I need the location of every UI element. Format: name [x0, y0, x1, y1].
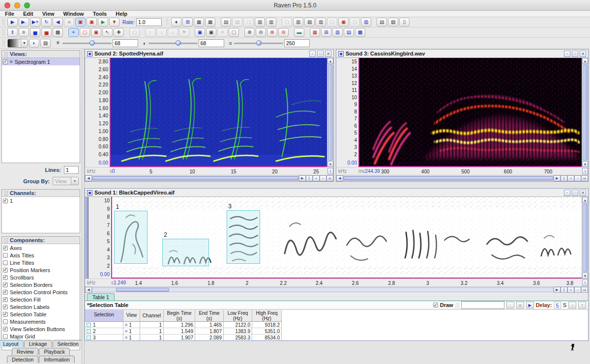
time-fit-icon[interactable]: H	[581, 175, 588, 181]
table-row[interactable]: 3 ≡1 1 1.907 2.089 2583.3 8534.0	[85, 335, 588, 340]
line-titles[interactable]: Line Titles	[2, 259, 80, 266]
component-checkbox[interactable]	[3, 275, 8, 280]
channel-checkbox[interactable]	[3, 198, 8, 203]
help[interactable]: Help	[116, 11, 127, 17]
sound1-titlebar[interactable]: ◆ Sound 1: BlackCappedVireo.aif ▫ □ ✕	[85, 189, 588, 197]
tile-columns-icon[interactable]: ▥	[332, 28, 343, 37]
axis-titles[interactable]: Axis Titles	[2, 252, 80, 259]
smoothing-icon[interactable]: ▨	[40, 39, 51, 48]
table-column-header[interactable]: End Time(s)	[195, 310, 224, 322]
view-selection-buttons[interactable]: View Selection Buttons	[2, 325, 80, 333]
open-selections-icon[interactable]: ▧	[304, 18, 315, 27]
table-row[interactable]: 1 ≡1 1 1.296 1.465 2122.0 9318.2	[85, 322, 588, 328]
sound1-vertical-scrollbar[interactable]: ▲ ▼	[582, 197, 588, 279]
cascade-windows-icon[interactable]: ▩	[355, 28, 365, 37]
filter-value-input[interactable]	[284, 39, 310, 47]
y-zoom-icon[interactable]: I	[582, 280, 588, 286]
split-view-icon[interactable]: ▯	[306, 175, 313, 181]
selection-box-1[interactable]	[114, 211, 148, 264]
record-position-icon[interactable]: ▼	[109, 18, 119, 27]
selection-fill[interactable]: Selection Fill	[2, 296, 80, 303]
panel-drag-handle-icon[interactable]	[4, 52, 8, 57]
move-up-icon[interactable]: ↑	[145, 28, 155, 37]
record-input-icon[interactable]: ♦	[171, 18, 181, 27]
group-by-select[interactable]: View ▼	[53, 177, 79, 185]
detection[interactable]: Detection	[7, 356, 38, 363]
sound2-vertical-scrollbar[interactable]: ▲ ▼	[327, 58, 333, 167]
print-icon[interactable]: ▤	[377, 18, 387, 27]
delay-up-icon[interactable]: ↑	[578, 302, 586, 308]
marquee-tool-icon[interactable]: ▢	[80, 28, 90, 37]
scroll-right-icon[interactable]: ▶	[554, 287, 560, 293]
view-list-icon[interactable]: ≡	[19, 28, 29, 37]
retrieve-selections-icon[interactable]: ▣	[338, 18, 349, 27]
scroll-down-icon[interactable]: ▼	[582, 161, 588, 167]
sound1-window[interactable]: ◆ Sound 1: BlackCappedVireo.aif ▫ □ ✕ 10…	[85, 188, 589, 341]
copy-view-icon[interactable]: ▣	[195, 28, 205, 37]
toolbar-button[interactable]	[305, 28, 309, 37]
file[interactable]: File	[5, 11, 14, 17]
view-selection-button[interactable]	[85, 197, 88, 279]
table-column-header[interactable]: Selection	[85, 310, 123, 322]
zoom-in-icon[interactable]: ⊕	[244, 28, 255, 37]
split-view-icon[interactable]: ▯	[560, 175, 567, 181]
selection-borders[interactable]: Selection Borders	[2, 281, 80, 288]
save-table-icon[interactable]: ▥	[316, 18, 326, 27]
default-layout-icon[interactable]: ⇕	[7, 28, 18, 37]
clear-selection-icon[interactable]: ▢	[129, 28, 140, 37]
panel-drag-handle-icon[interactable]	[4, 191, 8, 196]
record-page-icon[interactable]: ▣	[87, 18, 97, 27]
filter-slider-thumb[interactable]	[256, 40, 262, 46]
save-all-icon[interactable]: ▢	[350, 18, 360, 27]
split-view-icon[interactable]: ▯	[560, 287, 567, 293]
annotate-tool-icon[interactable]: ▣	[91, 28, 101, 37]
apply-filter-icon[interactable]: ↓	[506, 302, 514, 308]
move-down-icon[interactable]: ↓	[156, 28, 167, 37]
contrast-value-input[interactable]	[199, 39, 224, 47]
table-1-tab[interactable]: Table 1	[87, 293, 115, 301]
tools[interactable]: Tools	[93, 11, 107, 17]
open-workspace-icon[interactable]: ▢	[243, 18, 254, 27]
toolbar-drag-handle[interactable]	[2, 39, 5, 47]
close-frame-icon[interactable]: ✕	[325, 51, 331, 57]
contrast-slider-thumb[interactable]	[176, 40, 181, 46]
selection-box-3[interactable]	[227, 210, 260, 264]
selection-box-2[interactable]	[162, 239, 209, 266]
scroll-thumb[interactable]	[583, 64, 588, 161]
toolbar-drag-handle[interactable]	[2, 28, 5, 36]
toolbar-button[interactable]	[125, 28, 128, 37]
open-sound-window-icon[interactable]: ⊞	[182, 18, 193, 27]
scroll-thumb[interactable]	[116, 288, 169, 292]
table-drag-handle-icon[interactable]	[455, 303, 459, 308]
delete-view-icon[interactable]: ✕	[217, 28, 228, 37]
scroll-left-icon[interactable]: ◀	[336, 175, 343, 181]
filter-slider[interactable]	[234, 39, 283, 47]
record-view-icon[interactable]: ▣	[75, 18, 86, 27]
scroll-up-icon[interactable]: ▲	[582, 197, 588, 203]
component-checkbox[interactable]	[3, 305, 8, 309]
row-checkbox[interactable]	[87, 329, 91, 334]
layout[interactable]: Layout	[0, 340, 24, 347]
position-markers[interactable]: Position Markers	[2, 266, 80, 274]
sound1-spectrogram[interactable]: 1 2 3	[111, 197, 582, 279]
delay-down-icon[interactable]: ↓	[568, 302, 576, 308]
component-checkbox[interactable]	[3, 312, 8, 317]
color-scheme-icon[interactable]: ▦	[310, 28, 320, 37]
play-page-icon[interactable]: ▶.	[19, 18, 29, 27]
sound2-titlebar[interactable]: ◆ Sound 2: SpottedHyena.aif ▫ □ ✕	[85, 50, 333, 58]
table-column-header[interactable]: View	[123, 310, 140, 322]
sound2-horizontal-scrollbar[interactable]: ◀ ▶ ▯ + − H	[85, 175, 333, 181]
tile-rows-icon[interactable]: ▤	[344, 28, 354, 37]
maximize-frame-icon[interactable]: □	[572, 51, 578, 57]
sound2-spectrogram[interactable]	[110, 58, 327, 167]
save-sound-icon[interactable]: ▥	[255, 18, 265, 27]
scroll-thumb[interactable]	[328, 64, 333, 161]
invert-colors-icon[interactable]: ◐	[29, 39, 39, 48]
export-image-icon[interactable]: ▤	[221, 18, 231, 27]
minimize-frame-icon[interactable]: ▫	[564, 190, 570, 196]
scroll-thumb[interactable]	[344, 176, 553, 180]
mixdown-icon[interactable]: ▦	[194, 18, 204, 27]
toolbar-button[interactable]	[240, 28, 243, 37]
position-marker-icon[interactable]: ▬	[294, 28, 304, 37]
zoom-out-icon[interactable]: ⊖	[256, 28, 266, 37]
